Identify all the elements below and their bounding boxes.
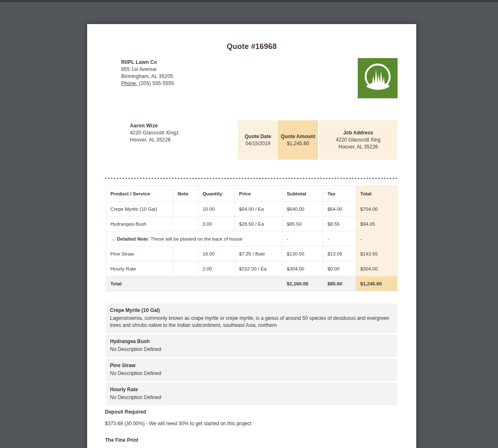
table-row: Hourly Rate 2.00 $152.00 / Ea $304.00 $0… xyxy=(106,261,398,276)
company-name: RIIPL Lawn Co xyxy=(121,59,174,66)
dashed-separator xyxy=(105,178,397,179)
cell-note xyxy=(173,202,198,217)
total-row-grand-total: $1,245.60 xyxy=(356,276,398,291)
cell-price: $152.00 / Ea xyxy=(235,261,283,276)
fine-print-title: The Fine Print xyxy=(105,437,138,443)
company-info-block: RIIPL Lawn Co 855 1st Avenue Birmingham,… xyxy=(121,59,174,87)
viewer-top-edge xyxy=(0,0,498,2)
table-row: Crepe Myrtle (10 Gal) 10.00 $64.00 / Ea … xyxy=(106,202,398,217)
cell-price: $7.25 / Bale xyxy=(235,246,283,261)
cell-total: $143.55 xyxy=(356,246,398,261)
quote-date-box: Quote Date 04/15/2019 xyxy=(238,120,278,160)
cell-quantity: 18.00 xyxy=(198,246,235,261)
table-header-row: Product / Service Note Quantity Price Su… xyxy=(106,186,398,202)
customer-address-line2: Hoover, AL 35226 xyxy=(130,136,178,144)
phone-label: Phone: xyxy=(121,80,137,86)
cell-price: $28.50 / Ea xyxy=(235,217,283,231)
cell-quantity: 10.00 xyxy=(198,202,235,217)
customer-address-line1: 4220 Glasscott Xingz xyxy=(130,129,178,136)
header-total: Total xyxy=(356,186,398,202)
grass-circle-icon xyxy=(358,57,398,99)
detailed-note-label: Detailed Note xyxy=(117,236,148,241)
description-text: Lagerstroemia, commonly known as crape m… xyxy=(110,315,393,329)
cell-subtotal: $85.50 xyxy=(283,217,323,231)
table-row: Hydrangea Bush 3.00 $28.50 / Ea $85.50 $… xyxy=(106,217,398,231)
phone-value: (205) 555-5555 xyxy=(139,80,174,86)
company-logo xyxy=(358,58,398,98)
cell-quantity: 3.00 xyxy=(198,217,235,231)
total-row-label: Total xyxy=(106,276,283,291)
note-row-total: - xyxy=(356,231,398,246)
job-address-box: Job Address 4220 Glasscott Xing Hoover, … xyxy=(319,120,397,160)
page-title: Quote #16968 xyxy=(87,42,416,51)
cell-product: Crepe Myrtle (10 Gal) xyxy=(106,202,173,217)
description-section: Crepe Myrtle (10 Gal) Lagerstroemia, com… xyxy=(106,303,397,333)
cell-subtotal: $304.00 xyxy=(283,261,323,276)
company-address-line2: Birmingham, AL 35205 xyxy=(121,73,174,80)
cell-product: Pine Straw xyxy=(106,246,173,261)
quote-document-page: Quote #16968 RIIPL Lawn Co 855 1st Avenu… xyxy=(87,24,416,448)
description-title: Hourly Rate xyxy=(110,386,393,393)
total-row-subtotal: $1,160.00 xyxy=(283,276,323,291)
total-row-tax: $85.60 xyxy=(323,276,356,291)
table-row: Pine Straw 18.00 $7.25 / Bale $130.50 $1… xyxy=(106,246,398,261)
quote-date-label: Quote Date xyxy=(244,133,271,140)
cell-tax: $13.05 xyxy=(323,246,356,261)
quote-amount-label: Quote Amount xyxy=(281,133,315,140)
product-descriptions: Crepe Myrtle (10 Gal) Lagerstroemia, com… xyxy=(106,303,397,407)
deposit-required-text: $373.68 (30.00%) - We will need 30% to g… xyxy=(105,421,251,426)
cell-total: $94.05 xyxy=(356,217,398,231)
customer-info-block: Aaron Wize 4220 Glasscott Xingz Hoover, … xyxy=(130,122,178,144)
description-title: Crepe Myrtle (10 Gal) xyxy=(110,307,393,314)
description-text: No Description Defined xyxy=(110,394,393,401)
cell-total: $704.00 xyxy=(356,202,398,217)
description-title: Hydrangea Bush xyxy=(110,338,393,345)
cell-product: Hourly Rate xyxy=(106,261,173,276)
note-row-tax: - xyxy=(323,231,356,246)
job-address-label: Job Address xyxy=(343,129,373,136)
cell-subtotal: $640.00 xyxy=(283,202,323,217)
header-quantity: Quantity xyxy=(198,186,235,202)
cell-product: Hydrangea Bush xyxy=(106,217,173,231)
detailed-note-cell: →Detailed Note: These will be planted on… xyxy=(106,231,283,246)
cell-tax: $0.00 xyxy=(323,261,356,276)
table-total-row: Total $1,160.00 $85.60 $1,245.60 xyxy=(106,276,398,291)
description-text: No Description Defined xyxy=(110,346,393,353)
cell-tax: $8.55 xyxy=(323,217,356,231)
cell-subtotal: $130.50 xyxy=(283,246,323,261)
header-tax: Tax xyxy=(323,186,356,202)
cell-note xyxy=(173,217,198,231)
header-product: Product / Service xyxy=(106,186,173,202)
cell-note xyxy=(173,261,198,276)
job-address-line2: Hoover, AL 35226 xyxy=(339,144,378,151)
line-items-table: Product / Service Note Quantity Price Su… xyxy=(106,185,398,291)
header-subtotal: Subtotal xyxy=(283,186,323,202)
customer-name: Aaron Wize xyxy=(130,122,178,129)
description-section: Hydrangea Bush No Description Defined xyxy=(106,334,397,357)
note-row-subtotal: - xyxy=(283,231,323,246)
cell-total: $304.00 xyxy=(356,261,398,276)
company-phone-line: Phone: (205) 555-5555 xyxy=(121,80,174,87)
detailed-note-row: →Detailed Note: These will be planted on… xyxy=(106,231,398,246)
header-price: Price xyxy=(235,186,283,202)
description-title: Pine Straw xyxy=(110,362,393,369)
arrow-right-icon: → xyxy=(110,236,115,241)
header-note: Note xyxy=(173,186,198,202)
deposit-required-title: Deposit Required xyxy=(105,409,146,415)
job-address-line1: 4220 Glasscott Xing xyxy=(336,136,380,144)
company-address-line1: 855 1st Avenue xyxy=(121,66,174,73)
description-section: Hourly Rate No Description Defined xyxy=(106,382,397,405)
description-text: No Description Defined xyxy=(110,370,393,377)
cell-quantity: 2.00 xyxy=(198,261,235,276)
description-section: Pine Straw No Description Defined xyxy=(106,358,397,381)
quote-summary-boxes: Quote Date 04/15/2019 Quote Amount $1,24… xyxy=(238,120,397,160)
quote-amount-value: $1,245.60 xyxy=(287,140,309,147)
detailed-note-text: : These will be planted on the back of h… xyxy=(148,236,242,241)
quote-date-value: 04/15/2019 xyxy=(245,140,270,147)
cell-tax: $64.00 xyxy=(323,202,356,217)
cell-note xyxy=(173,246,198,261)
cell-price: $64.00 / Ea xyxy=(235,202,283,217)
quote-amount-box: Quote Amount $1,245.60 xyxy=(278,120,318,160)
